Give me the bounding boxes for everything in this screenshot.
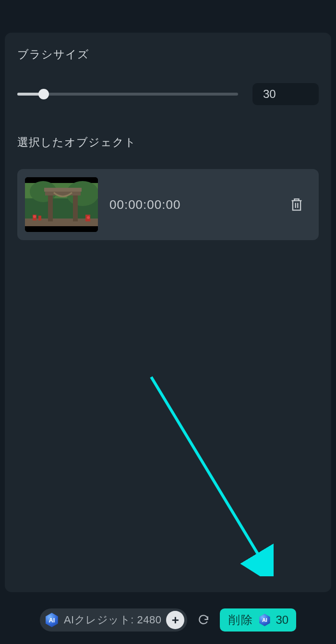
object-thumbnail bbox=[25, 177, 98, 232]
settings-panel: ブラシサイズ 30 選択したオブジェクト bbox=[5, 33, 331, 592]
svg-rect-1 bbox=[25, 226, 98, 232]
slider-thumb[interactable] bbox=[38, 89, 49, 99]
delete-button[interactable]: 削除 AI 30 bbox=[220, 608, 296, 632]
svg-rect-8 bbox=[73, 192, 78, 221]
svg-rect-7 bbox=[48, 192, 53, 221]
brush-size-title: ブラシサイズ bbox=[17, 47, 319, 62]
slider-track bbox=[17, 93, 238, 96]
add-credits-button[interactable]: + bbox=[166, 611, 184, 629]
selected-objects-title: 選択したオブジェクト bbox=[17, 135, 319, 150]
object-timecode: 00:00:00:00 bbox=[109, 197, 276, 212]
svg-point-14 bbox=[33, 215, 36, 218]
svg-rect-10 bbox=[44, 188, 82, 192]
delete-button-label: 削除 bbox=[228, 612, 253, 628]
footer-bar: AI AIクレジット: 2480 + 削除 AI 30 bbox=[0, 608, 336, 632]
ai-credits-pill[interactable]: AI AIクレジット: 2480 + bbox=[40, 608, 187, 632]
refresh-icon bbox=[197, 614, 210, 626]
svg-rect-12 bbox=[38, 216, 41, 220]
svg-point-15 bbox=[87, 216, 90, 219]
brush-size-row: 30 bbox=[17, 83, 319, 105]
ai-badge-icon: AI bbox=[45, 613, 59, 627]
brush-size-slider[interactable] bbox=[17, 89, 238, 99]
delete-cost: 30 bbox=[276, 613, 288, 627]
trash-icon bbox=[290, 197, 303, 212]
brush-size-input[interactable]: 30 bbox=[252, 83, 319, 105]
refresh-button[interactable] bbox=[196, 612, 211, 628]
ai-badge-icon: AI bbox=[258, 614, 271, 626]
object-row[interactable]: 00:00:00:00 bbox=[17, 169, 319, 240]
delete-object-button[interactable] bbox=[287, 195, 306, 214]
ai-credits-label: AIクレジット: 2480 bbox=[64, 613, 161, 627]
